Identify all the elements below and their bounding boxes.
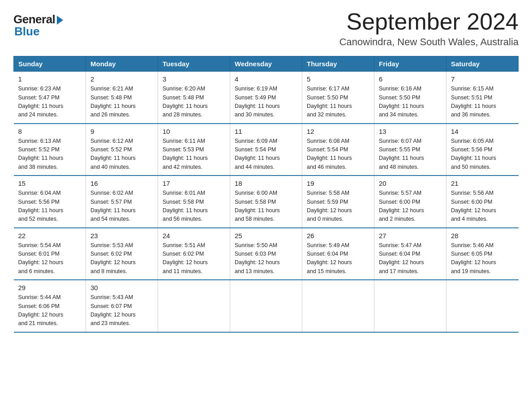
- calendar-cell: 22Sunrise: 5:54 AMSunset: 6:01 PMDayligh…: [14, 228, 86, 280]
- calendar-cell: 14Sunrise: 6:05 AMSunset: 5:56 PMDayligh…: [446, 124, 519, 176]
- calendar-cell: 4Sunrise: 6:19 AMSunset: 5:49 PMDaylight…: [230, 72, 302, 124]
- day-info: Sunrise: 6:01 AMSunset: 5:58 PMDaylight:…: [163, 189, 225, 224]
- header-cell-tuesday: Tuesday: [158, 56, 230, 72]
- day-info: Sunrise: 6:07 AMSunset: 5:55 PMDaylight:…: [379, 137, 442, 172]
- header-cell-sunday: Sunday: [14, 56, 86, 72]
- logo-triangle-icon: [57, 16, 63, 25]
- day-info: Sunrise: 6:11 AMSunset: 5:53 PMDaylight:…: [163, 137, 225, 172]
- calendar-cell: 17Sunrise: 6:01 AMSunset: 5:58 PMDayligh…: [158, 176, 230, 228]
- day-info: Sunrise: 5:49 AMSunset: 6:04 PMDaylight:…: [307, 241, 369, 276]
- header-cell-monday: Monday: [86, 56, 158, 72]
- calendar-cell: 20Sunrise: 5:57 AMSunset: 6:00 PMDayligh…: [374, 176, 446, 228]
- calendar-cell: 24Sunrise: 5:51 AMSunset: 6:02 PMDayligh…: [158, 228, 230, 280]
- day-info: Sunrise: 6:19 AMSunset: 5:49 PMDaylight:…: [235, 85, 297, 120]
- day-number: 23: [90, 232, 153, 240]
- calendar-week-4: 22Sunrise: 5:54 AMSunset: 6:01 PMDayligh…: [14, 228, 519, 280]
- calendar-cell: 7Sunrise: 6:15 AMSunset: 5:51 PMDaylight…: [446, 72, 519, 124]
- calendar-cell: 6Sunrise: 6:16 AMSunset: 5:50 PMDaylight…: [374, 72, 446, 124]
- calendar-table: SundayMondayTuesdayWednesdayThursdayFrid…: [13, 56, 519, 333]
- day-info: Sunrise: 6:13 AMSunset: 5:52 PMDaylight:…: [18, 137, 82, 172]
- day-info: Sunrise: 5:56 AMSunset: 6:00 PMDaylight:…: [451, 189, 514, 224]
- calendar-week-3: 15Sunrise: 6:04 AMSunset: 5:56 PMDayligh…: [14, 176, 519, 228]
- calendar-cell: 1Sunrise: 6:23 AMSunset: 5:47 PMDaylight…: [14, 72, 86, 124]
- header-cell-saturday: Saturday: [446, 56, 519, 72]
- calendar-cell: 19Sunrise: 5:58 AMSunset: 5:59 PMDayligh…: [302, 176, 374, 228]
- day-number: 10: [163, 128, 225, 135]
- day-info: Sunrise: 6:00 AMSunset: 5:58 PMDaylight:…: [235, 189, 297, 224]
- calendar-week-5: 29Sunrise: 5:44 AMSunset: 6:06 PMDayligh…: [14, 280, 519, 332]
- day-number: 17: [163, 180, 225, 187]
- day-number: 28: [451, 232, 514, 240]
- day-number: 4: [235, 75, 297, 83]
- day-number: 18: [235, 180, 297, 187]
- day-info: Sunrise: 6:16 AMSunset: 5:50 PMDaylight:…: [379, 85, 442, 120]
- day-number: 7: [451, 75, 514, 83]
- day-info: Sunrise: 6:02 AMSunset: 5:57 PMDaylight:…: [90, 189, 153, 224]
- header-cell-thursday: Thursday: [302, 56, 374, 72]
- calendar-week-2: 8Sunrise: 6:13 AMSunset: 5:52 PMDaylight…: [14, 124, 519, 176]
- calendar-cell: 29Sunrise: 5:44 AMSunset: 6:06 PMDayligh…: [14, 280, 86, 332]
- calendar-cell: 26Sunrise: 5:49 AMSunset: 6:04 PMDayligh…: [302, 228, 374, 280]
- day-number: 12: [307, 128, 369, 135]
- calendar-cell: [302, 280, 374, 332]
- day-info: Sunrise: 6:05 AMSunset: 5:56 PMDaylight:…: [451, 137, 514, 172]
- day-number: 29: [18, 284, 82, 291]
- page-header: General Blue September 2024 Canowindra, …: [13, 9, 519, 48]
- calendar-cell: 13Sunrise: 6:07 AMSunset: 5:55 PMDayligh…: [374, 124, 446, 176]
- day-info: Sunrise: 6:17 AMSunset: 5:50 PMDaylight:…: [307, 85, 369, 120]
- day-info: Sunrise: 6:09 AMSunset: 5:54 PMDaylight:…: [235, 137, 297, 172]
- calendar-cell: 3Sunrise: 6:20 AMSunset: 5:48 PMDaylight…: [158, 72, 230, 124]
- day-number: 21: [451, 180, 514, 187]
- day-info: Sunrise: 5:50 AMSunset: 6:03 PMDaylight:…: [235, 241, 297, 276]
- calendar-cell: 2Sunrise: 6:21 AMSunset: 5:48 PMDaylight…: [86, 72, 158, 124]
- day-number: 25: [235, 232, 297, 240]
- calendar-cell: 15Sunrise: 6:04 AMSunset: 5:56 PMDayligh…: [14, 176, 86, 228]
- header-cell-wednesday: Wednesday: [230, 56, 302, 72]
- day-info: Sunrise: 6:20 AMSunset: 5:48 PMDaylight:…: [163, 85, 225, 120]
- day-info: Sunrise: 5:54 AMSunset: 6:01 PMDaylight:…: [18, 241, 82, 276]
- day-number: 20: [379, 180, 442, 187]
- logo-blue-text: Blue: [14, 25, 39, 39]
- calendar-cell: 28Sunrise: 5:46 AMSunset: 6:05 PMDayligh…: [446, 228, 519, 280]
- day-info: Sunrise: 6:23 AMSunset: 5:47 PMDaylight:…: [18, 85, 82, 120]
- calendar-cell: [158, 280, 230, 332]
- day-number: 15: [18, 180, 82, 187]
- day-info: Sunrise: 6:21 AMSunset: 5:48 PMDaylight:…: [90, 85, 153, 120]
- calendar-cell: 30Sunrise: 5:43 AMSunset: 6:07 PMDayligh…: [86, 280, 158, 332]
- header-row: SundayMondayTuesdayWednesdayThursdayFrid…: [14, 56, 519, 72]
- calendar-cell: 23Sunrise: 5:53 AMSunset: 6:02 PMDayligh…: [86, 228, 158, 280]
- day-number: 1: [18, 75, 82, 83]
- day-number: 5: [307, 75, 369, 83]
- day-number: 30: [90, 284, 153, 291]
- calendar-cell: [374, 280, 446, 332]
- day-number: 11: [235, 128, 297, 135]
- day-info: Sunrise: 5:46 AMSunset: 6:05 PMDaylight:…: [451, 241, 514, 276]
- day-number: 8: [18, 128, 82, 135]
- day-info: Sunrise: 5:51 AMSunset: 6:02 PMDaylight:…: [163, 241, 225, 276]
- day-number: 24: [163, 232, 225, 240]
- day-info: Sunrise: 5:43 AMSunset: 6:07 PMDaylight:…: [90, 293, 153, 328]
- calendar-week-1: 1Sunrise: 6:23 AMSunset: 5:47 PMDaylight…: [14, 72, 519, 124]
- title-block: September 2024 Canowindra, New South Wal…: [339, 9, 519, 48]
- page-title: September 2024: [339, 9, 519, 34]
- day-info: Sunrise: 5:47 AMSunset: 6:04 PMDaylight:…: [379, 241, 442, 276]
- day-number: 22: [18, 232, 82, 240]
- calendar-cell: 12Sunrise: 6:08 AMSunset: 5:54 PMDayligh…: [302, 124, 374, 176]
- calendar-cell: 25Sunrise: 5:50 AMSunset: 6:03 PMDayligh…: [230, 228, 302, 280]
- day-number: 13: [379, 128, 442, 135]
- calendar-cell: 5Sunrise: 6:17 AMSunset: 5:50 PMDaylight…: [302, 72, 374, 124]
- day-info: Sunrise: 6:04 AMSunset: 5:56 PMDaylight:…: [18, 189, 82, 224]
- day-info: Sunrise: 6:12 AMSunset: 5:52 PMDaylight:…: [90, 137, 153, 172]
- day-number: 27: [379, 232, 442, 240]
- calendar-cell: [230, 280, 302, 332]
- calendar-cell: 10Sunrise: 6:11 AMSunset: 5:53 PMDayligh…: [158, 124, 230, 176]
- day-number: 26: [307, 232, 369, 240]
- day-info: Sunrise: 5:58 AMSunset: 5:59 PMDaylight:…: [307, 189, 369, 224]
- day-info: Sunrise: 5:57 AMSunset: 6:00 PMDaylight:…: [379, 189, 442, 224]
- calendar-cell: 21Sunrise: 5:56 AMSunset: 6:00 PMDayligh…: [446, 176, 519, 228]
- day-info: Sunrise: 5:44 AMSunset: 6:06 PMDaylight:…: [18, 293, 82, 328]
- calendar-cell: 11Sunrise: 6:09 AMSunset: 5:54 PMDayligh…: [230, 124, 302, 176]
- day-number: 3: [163, 75, 225, 83]
- calendar-cell: 18Sunrise: 6:00 AMSunset: 5:58 PMDayligh…: [230, 176, 302, 228]
- page-subtitle: Canowindra, New South Wales, Australia: [339, 36, 519, 48]
